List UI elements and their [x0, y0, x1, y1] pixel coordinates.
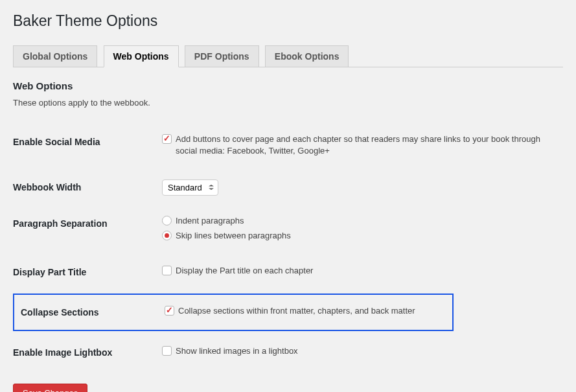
- paragraph-indent-radio-label[interactable]: Indent paragraphs: [176, 215, 244, 227]
- social-media-checkbox-label[interactable]: Add buttons to cover page and each chapt…: [176, 133, 557, 157]
- collapse-sections-checkbox[interactable]: [165, 306, 174, 316]
- social-media-label: Enable Social Media: [13, 124, 156, 169]
- webbook-width-label: Webbook Width: [13, 169, 156, 205]
- paragraph-separation-label: Paragraph Separation: [13, 205, 156, 253]
- page-title: Baker Theme Options: [13, 6, 563, 32]
- webbook-width-select[interactable]: Standard: [162, 179, 218, 196]
- display-part-title-checkbox-label[interactable]: Display the Part title on each chapter: [176, 265, 313, 277]
- image-lightbox-label: Enable Image Lightbox: [13, 334, 156, 371]
- social-media-checkbox[interactable]: [162, 134, 172, 144]
- save-changes-button[interactable]: Save Changes: [13, 384, 87, 392]
- tab-nav: Global Options Web Options PDF Options E…: [13, 45, 563, 67]
- paragraph-indent-radio[interactable]: [162, 216, 172, 225]
- collapse-sections-checkbox-label[interactable]: Collapse sections within front matter, c…: [178, 305, 415, 317]
- image-lightbox-checkbox-label[interactable]: Show linked images in a lightbox: [176, 345, 298, 357]
- display-part-title-label: Display Part Title: [13, 254, 156, 290]
- collapse-sections-label: Collapse Sections: [21, 307, 165, 317]
- paragraph-skip-radio-label[interactable]: Skip lines between paragraphs: [176, 230, 291, 242]
- tab-global-options[interactable]: Global Options: [13, 45, 97, 67]
- tab-pdf-options[interactable]: PDF Options: [185, 45, 259, 67]
- section-title: Web Options: [13, 80, 563, 91]
- tab-web-options[interactable]: Web Options: [104, 45, 179, 67]
- collapse-sections-highlight: Collapse Sections Collapse sections with…: [13, 294, 454, 331]
- section-description: These options apply to the webbook.: [13, 98, 563, 108]
- display-part-title-checkbox[interactable]: [162, 266, 172, 275]
- tab-ebook-options[interactable]: Ebook Options: [265, 45, 349, 67]
- paragraph-skip-radio[interactable]: [162, 231, 172, 240]
- image-lightbox-checkbox[interactable]: [162, 346, 172, 356]
